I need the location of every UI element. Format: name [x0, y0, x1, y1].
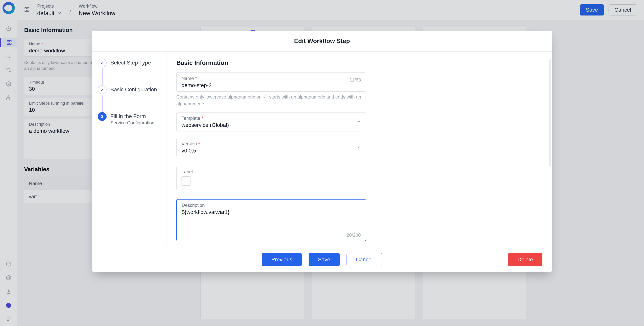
scrollbar[interactable]	[549, 59, 551, 166]
step-number: 3	[98, 112, 106, 121]
template-value: webservice (Global)	[182, 122, 361, 128]
add-label-button[interactable]	[182, 176, 191, 185]
step-3-subtitle: Service Configuration	[110, 120, 154, 126]
step-description-field[interactable]: Description ${workflow.var.var1} 20/200	[176, 199, 366, 241]
step-1[interactable]: Select Step Type	[98, 59, 161, 67]
modal-footer: Previous Save Cancel Delete	[92, 247, 552, 272]
desc-counter: 20/200	[347, 232, 361, 238]
version-label: Version	[182, 141, 197, 146]
step-desc-value: ${workflow.var.var1}	[182, 209, 361, 215]
version-value: v0.0.5	[182, 148, 361, 154]
chevron-down-icon	[357, 119, 361, 124]
template-select[interactable]: Template * webservice (Global)	[176, 112, 366, 132]
stepper: Select Step Type Basic Configuration 3 F…	[92, 52, 167, 247]
version-select[interactable]: Version * v0.0.5	[176, 138, 366, 157]
modal-form: Basic Information Name * demo-step-2 11/…	[167, 52, 552, 247]
step-name-field[interactable]: Name * demo-step-2 11/63	[176, 72, 366, 92]
step-name-value: demo-step-2	[182, 82, 361, 88]
step-3-title: Fill in the Form	[110, 112, 154, 119]
step-3[interactable]: 3 Fill in the Form Service Configuration	[98, 112, 161, 126]
template-label: Template	[182, 116, 200, 121]
modal-overlay: Edit Workflow Step Select Step Type Basi…	[0, 0, 644, 326]
edit-step-modal: Edit Workflow Step Select Step Type Basi…	[92, 31, 552, 272]
label-field: Label	[176, 166, 366, 190]
step-name-hint: Contains only lowercase alphanumeric or …	[176, 94, 366, 107]
form-section-title: Basic Information	[176, 59, 542, 66]
modal-save-button[interactable]: Save	[308, 253, 340, 266]
step-name-label: Name	[182, 76, 194, 81]
modal-title: Edit Workflow Step	[92, 31, 552, 51]
delete-button[interactable]: Delete	[508, 253, 542, 266]
check-icon	[98, 85, 106, 94]
modal-cancel-button[interactable]: Cancel	[346, 253, 382, 266]
step-2[interactable]: Basic Configuration	[98, 85, 161, 94]
step-2-title: Basic Configuration	[110, 85, 157, 93]
previous-button[interactable]: Previous	[262, 253, 302, 266]
step-1-title: Select Step Type	[110, 59, 151, 66]
step-desc-label: Description	[182, 203, 361, 208]
chevron-down-icon	[357, 145, 361, 150]
label-label: Label	[182, 169, 361, 174]
check-icon	[98, 59, 106, 67]
name-counter: 11/63	[350, 77, 361, 83]
